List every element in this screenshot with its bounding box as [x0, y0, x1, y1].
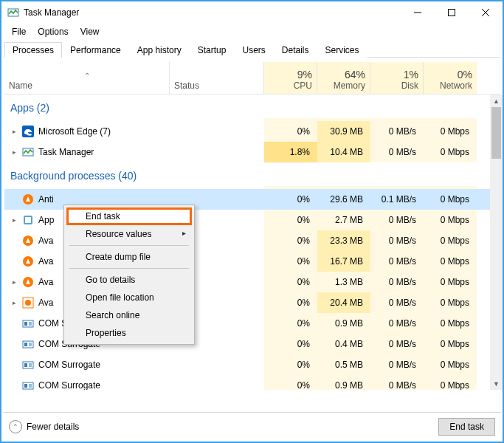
cpu-cell: 0% [264, 230, 317, 251]
svg-rect-26 [29, 384, 32, 388]
expand-icon[interactable]: ▸ [10, 128, 18, 135]
scroll-down-button[interactable]: ▼ [490, 377, 503, 390]
disk-cell: 0 MB/s [370, 354, 424, 375]
status-cell [170, 121, 264, 142]
cpu-cell: 0% [264, 375, 317, 390]
disk-cell: 0 MB/s [370, 272, 424, 292]
expand-icon[interactable]: ▸ [10, 278, 18, 286]
memory-cell: 0.4 MB [317, 334, 370, 354]
process-icon [22, 146, 34, 158]
svg-rect-9 [25, 217, 31, 223]
tab-performance[interactable]: Performance [62, 42, 129, 58]
network-cell: 0 Mbps [424, 121, 477, 142]
memory-cell: 29.6 MB [317, 189, 370, 210]
memory-cell: 0.5 MB [317, 354, 370, 375]
cpu-cell: 0% [264, 189, 317, 210]
process-name: Task Manager [38, 147, 94, 157]
expand-icon[interactable]: ▸ [10, 216, 18, 224]
context-item[interactable]: Resource values [66, 225, 192, 243]
close-button[interactable] [469, 1, 503, 24]
disk-cell: 0.1 MB/s [370, 189, 424, 210]
tab-app-history[interactable]: App history [129, 42, 190, 58]
process-row[interactable]: COM Surrogate0%0.9 MB0 MB/s0 Mbps [4, 375, 500, 390]
memory-cell: 30.9 MB [317, 121, 370, 142]
network-cell: 0 Mbps [424, 142, 477, 162]
process-name: Ava [38, 236, 53, 246]
tab-details[interactable]: Details [274, 42, 317, 58]
header-cpu[interactable]: 9% CPU [264, 62, 317, 94]
network-cell: 0 Mbps [424, 313, 477, 334]
network-cell: 0 Mbps [424, 292, 477, 313]
tab-services[interactable]: Services [317, 42, 367, 58]
process-name: Anti [38, 194, 54, 205]
status-cell [170, 354, 264, 375]
svg-point-14 [25, 300, 31, 306]
end-task-button[interactable]: End task [438, 418, 495, 436]
process-name: COM Surrogate [38, 360, 100, 370]
header-name[interactable]: ⌃ Name [4, 62, 170, 94]
svg-rect-23 [29, 363, 32, 367]
cpu-cell: 0% [264, 251, 317, 272]
memory-cell: 2.7 MB [317, 210, 370, 230]
disk-cell: 0 MB/s [370, 292, 424, 313]
process-row[interactable]: ▸Microsoft Edge (7)0%30.9 MB0 MB/s0 Mbps [4, 121, 500, 142]
svg-rect-20 [29, 343, 32, 346]
context-item[interactable]: Open file location [66, 289, 192, 306]
memory-cell: 16.7 MB [317, 251, 370, 272]
menu-view[interactable]: View [75, 25, 106, 38]
window-controls [401, 1, 503, 24]
maximize-button[interactable] [435, 1, 469, 24]
process-row[interactable]: COM Surrogate0%0.5 MB0 MB/s0 Mbps [4, 354, 500, 375]
memory-cell: 20.4 MB [317, 292, 370, 313]
cpu-cell: 0% [264, 121, 317, 142]
memory-cell: 1.3 MB [317, 272, 370, 292]
tab-processes[interactable]: Processes [4, 42, 62, 58]
disk-cell: 0 MB/s [370, 121, 424, 142]
process-icon [22, 380, 34, 390]
header-disk[interactable]: 1% Disk [370, 62, 424, 94]
scroll-thumb[interactable] [491, 107, 501, 159]
tabstrip: Processes Performance App history Startu… [1, 40, 503, 58]
cpu-cell: 0% [264, 272, 317, 292]
cpu-cell: 0% [264, 334, 317, 354]
context-item[interactable]: Search online [66, 306, 192, 324]
menu-options[interactable]: Options [32, 25, 74, 38]
svg-rect-2 [449, 10, 455, 16]
cpu-cell: 0% [264, 354, 317, 375]
menu-file[interactable]: File [6, 25, 32, 38]
tab-startup[interactable]: Startup [190, 42, 235, 58]
fewer-details-toggle[interactable]: ⌃ Fewer details [9, 420, 79, 433]
svg-rect-16 [24, 322, 27, 326]
svg-rect-17 [29, 322, 32, 326]
context-item[interactable]: End task [66, 207, 192, 225]
process-name: Ava [38, 256, 53, 267]
expand-icon[interactable]: ▸ [10, 299, 18, 306]
memory-cell: 0.9 MB [317, 313, 370, 334]
process-name: Microsoft Edge (7) [38, 126, 111, 137]
process-row[interactable]: ▸Task Manager1.8%10.4 MB0 MB/s0 Mbps [4, 142, 500, 162]
context-item[interactable]: Go to details [66, 271, 192, 289]
context-item[interactable]: Properties [66, 324, 192, 342]
svg-rect-19 [24, 343, 27, 346]
task-manager-icon [7, 7, 19, 18]
minimize-button[interactable] [401, 1, 435, 24]
context-item[interactable]: Create dump file [66, 248, 192, 266]
process-icon [22, 214, 34, 226]
network-cell: 0 Mbps [424, 230, 477, 251]
titlebar: Task Manager [1, 1, 503, 24]
menubar: File Options View [1, 24, 503, 40]
disk-cell: 0 MB/s [370, 313, 424, 334]
scroll-up-button[interactable]: ▲ [490, 95, 503, 107]
process-icon [22, 359, 34, 371]
tab-users[interactable]: Users [234, 42, 273, 58]
disk-cell: 0 MB/s [370, 210, 424, 230]
cpu-cell: 0% [264, 210, 317, 230]
expand-icon[interactable]: ▸ [10, 148, 18, 156]
disk-cell: 0 MB/s [370, 375, 424, 390]
process-icon [22, 338, 34, 350]
header-status[interactable]: Status [170, 62, 264, 94]
header-network[interactable]: 0% Network [424, 62, 477, 94]
disk-cell: 0 MB/s [370, 334, 424, 354]
vertical-scrollbar[interactable]: ▲ ▼ [490, 95, 503, 390]
header-memory[interactable]: 64% Memory [317, 62, 370, 94]
